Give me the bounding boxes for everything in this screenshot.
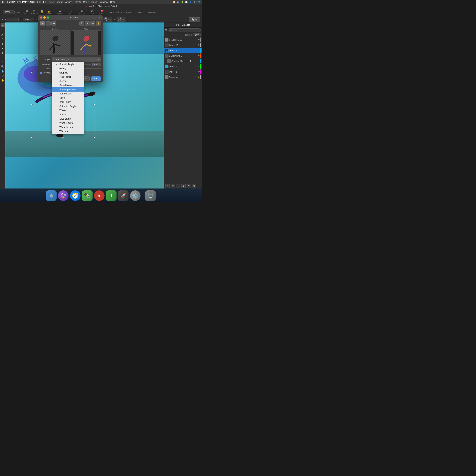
- style-dropdown[interactable]: ✓ Smooth Acrylic ▾: [51, 57, 101, 62]
- ok-button[interactable]: OK: [91, 76, 101, 81]
- menu-mask[interactable]: Mask: [83, 1, 89, 3]
- after-view-btn[interactable]: ◼: [51, 21, 56, 26]
- trans-x-input[interactable]: [118, 17, 125, 19]
- trans-y-input[interactable]: [118, 19, 125, 22]
- eraser-tool[interactable]: ◻: [0, 37, 5, 41]
- layer-background[interactable]: Background 👁 🔒: [164, 74, 202, 80]
- menu-image[interactable]: Image: [57, 1, 63, 3]
- dock-rocket[interactable]: 🚀: [118, 190, 129, 201]
- inspectors-button[interactable]: Inspectors: [148, 11, 157, 14]
- menu-help[interactable]: Help: [110, 1, 115, 3]
- style-wood-blocks[interactable]: Wood Blocks: [52, 121, 84, 125]
- menu-view[interactable]: View: [50, 1, 54, 3]
- eye-icon[interactable]: 👁: [198, 55, 200, 57]
- shape-tool[interactable]: □: [0, 55, 5, 59]
- fx-icon[interactable]: fx: [198, 71, 200, 73]
- rot-x-input[interactable]: [103, 17, 112, 19]
- arrange-button[interactable]: ⧉ Arrange: [78, 9, 86, 15]
- search-icon[interactable]: 🔍: [193, 1, 196, 3]
- duplicate-button[interactable]: ⊕: [176, 184, 180, 188]
- remove-mask-button[interactable]: Remove Mask: [120, 11, 133, 14]
- style-sunset[interactable]: Sunset: [52, 113, 84, 117]
- style-pink-pastel[interactable]: Pink Pastel: [52, 75, 84, 79]
- rot-y-input[interactable]: [103, 19, 112, 22]
- layer-gradient-map-lens-4[interactable]: Gradient Map Lens 4: [164, 58, 202, 64]
- menu-object[interactable]: Object: [91, 1, 98, 3]
- maximize-button-traffic[interactable]: [47, 16, 49, 19]
- select-tool[interactable]: ↖: [0, 23, 5, 27]
- split-view-btn[interactable]: ⊟: [40, 21, 45, 26]
- x-input[interactable]: [7, 18, 19, 21]
- preview-checkbox[interactable]: ✓: [40, 72, 42, 74]
- style-pastel-mosaic[interactable]: Pastel Mosaic: [52, 83, 84, 87]
- menu-effects[interactable]: Effects: [74, 1, 81, 3]
- layer-object-4[interactable]: Object 4: [164, 48, 202, 53]
- style-smooth-acrylic[interactable]: ✓ Smooth Acrylic: [52, 62, 84, 67]
- add-layer-button[interactable]: +: [166, 184, 170, 188]
- mirror-button[interactable]: ⇔ Mirror: [68, 9, 74, 15]
- layer-background-2[interactable]: Background 2 👁: [164, 53, 202, 58]
- style-saturated-acrylic[interactable]: Saturated Acrylic: [52, 104, 84, 108]
- crop-tool[interactable]: ✂: [0, 28, 5, 32]
- layer-gradient-ma[interactable]: Gradient Ma... 👁: [164, 37, 202, 42]
- paint-tool[interactable]: 🖌: [0, 32, 5, 36]
- style-post-impressionist[interactable]: Post-Impressionist: [52, 87, 84, 92]
- dock-notes[interactable]: ✒️: [82, 190, 93, 201]
- fill-tool[interactable]: ▼: [0, 46, 5, 50]
- dock-font[interactable]: f: [106, 190, 117, 201]
- lock-icon[interactable]: 🔒: [197, 76, 200, 78]
- style-grainy[interactable]: Grainy: [52, 67, 84, 71]
- invert-mask-button[interactable]: Invert Mask: [109, 11, 120, 14]
- dialog-close-x[interactable]: ✕: [99, 16, 101, 19]
- zoom-dropdown[interactable]: 100% 50% 200%: [3, 10, 15, 14]
- eye-icon[interactable]: 👁: [198, 44, 200, 46]
- eye-icon[interactable]: 👁: [198, 65, 200, 68]
- zoom-out-btn[interactable]: 🔍: [79, 21, 84, 26]
- dock-settings[interactable]: ⚙️: [130, 190, 140, 201]
- dock-app[interactable]: ●: [94, 190, 104, 201]
- style-soft-pastels[interactable]: Soft Pastels: [52, 92, 84, 96]
- eye-icon[interactable]: 👁: [198, 39, 200, 41]
- blend-mode-dropdown[interactable]: Normal ▼: [184, 34, 192, 36]
- group-layer-button[interactable]: ⊞: [171, 184, 175, 188]
- zoom-fit-btn[interactable]: ⊞: [90, 21, 95, 26]
- before-view-btn[interactable]: ◻: [46, 21, 51, 26]
- style-warm-texture[interactable]: Warm Texture: [52, 125, 84, 129]
- get-more-button[interactable]: Get More...: [134, 11, 144, 14]
- zoom-in-btn[interactable]: ⊕: [85, 21, 90, 26]
- snap-button[interactable]: 🎯 Snap To: [98, 9, 106, 15]
- style-waves[interactable]: Waves: [52, 108, 84, 113]
- hand-tool[interactable]: ✋: [0, 78, 5, 82]
- style-neon[interactable]: Neon: [52, 96, 84, 100]
- minimize-button-traffic[interactable]: [43, 16, 46, 19]
- clone-tool[interactable]: ⊕: [0, 41, 5, 46]
- eye-drop-tool[interactable]: 💧: [0, 69, 5, 73]
- text-tool[interactable]: T: [0, 51, 5, 55]
- layer-object-12[interactable]: Object 12 👁: [164, 42, 202, 48]
- menu-file[interactable]: File: [37, 1, 41, 3]
- menu-edit[interactable]: Edit: [43, 1, 47, 3]
- alignment-button[interactable]: ⬌ Alignment: [56, 9, 65, 15]
- opacity-input[interactable]: [193, 33, 201, 36]
- style-sienna[interactable]: Sienna: [52, 79, 84, 83]
- pan-btn[interactable]: ✋: [96, 21, 101, 26]
- ungroup-button[interactable]: ⊟ Ungroup: [31, 9, 39, 15]
- group-button[interactable]: ⊞ Group: [23, 9, 30, 15]
- layer-object-2[interactable]: Object 2 fx: [164, 69, 202, 74]
- pen-tool[interactable]: ✒: [0, 60, 5, 64]
- close-button-traffic[interactable]: [40, 16, 42, 19]
- view-button[interactable]: 👁 View: [89, 9, 94, 15]
- delete-layer-button[interactable]: 🗑: [192, 184, 196, 188]
- dock-safari[interactable]: 🧭: [70, 190, 81, 201]
- zoom-tool[interactable]: 🔍: [0, 64, 5, 68]
- apply-button[interactable]: Apply: [189, 17, 200, 21]
- unlock-button[interactable]: 🔓 Unlock: [45, 9, 52, 15]
- style-bold-edges[interactable]: Bold Edges: [52, 100, 84, 104]
- style-graphite[interactable]: Graphite: [52, 71, 84, 75]
- control-center-icon[interactable]: 🌐: [198, 1, 200, 3]
- objects-search-input[interactable]: [169, 28, 201, 32]
- dock-finder[interactable]: 🖥: [46, 190, 57, 201]
- y-input[interactable]: [23, 18, 34, 21]
- dock-siri[interactable]: 🔮: [58, 190, 68, 201]
- style-woodcut[interactable]: Woodcut: [52, 129, 84, 134]
